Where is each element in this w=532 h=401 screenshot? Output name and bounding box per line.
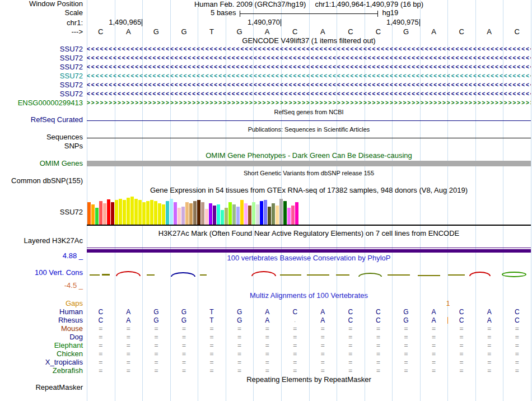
- track-label-gtex-ssu72[interactable]: SSU72: [0, 208, 83, 217]
- alignment-row-x-tropicalis[interactable]: ================: [87, 358, 531, 366]
- alignment-row-dog[interactable]: ================: [87, 333, 531, 341]
- alignment-cell: =: [288, 333, 302, 341]
- conservation-mark: [147, 274, 155, 276]
- gtex-bar: [150, 200, 153, 225]
- track-label-rhesus[interactable]: Rhesus: [0, 316, 83, 325]
- alignment-cell: G: [176, 316, 191, 324]
- gtex-bar: [130, 197, 134, 225]
- track-label-cons-min[interactable]: -4.5 _: [0, 281, 83, 290]
- alignment-row-elephant[interactable]: ================: [87, 342, 531, 349]
- omim-title[interactable]: OMIM Gene Phenotypes - Dark Green Can Be…: [87, 151, 531, 160]
- track-label-elephant[interactable]: Elephant: [0, 341, 83, 350]
- alignment-cell: =: [399, 350, 413, 358]
- track-label-gaps[interactable]: Gaps: [0, 299, 83, 308]
- alignment-cell: T: [204, 308, 219, 316]
- alignment-cell: =: [399, 342, 413, 349]
- refseq-title[interactable]: RefSeq genes from NCBI: [87, 108, 531, 116]
- alignment-row-rhesus[interactable]: CAGGTGA.ACCGACAC: [87, 316, 531, 324]
- alignment-cell: =: [482, 358, 497, 366]
- assembly-tag: hg19: [382, 9, 398, 17]
- track-label-ssu72-2[interactable]: SSU72: [0, 54, 83, 63]
- gtex-bar: [95, 208, 99, 225]
- base-letter: A: [427, 28, 441, 36]
- track-label-scale[interactable]: Scale: [0, 8, 83, 17]
- dbsnp-title[interactable]: Short Genetic Variants from dbSNP releas…: [87, 169, 531, 178]
- track-label-snps[interactable]: SNPs: [0, 142, 83, 151]
- base-letter: T: [204, 28, 219, 36]
- alignment-cell: G: [176, 308, 191, 316]
- gtex-bar: [127, 198, 130, 225]
- gene-arrow-row-ssu72-transcript-6[interactable]: <<<<<<<<<<<<<<<<<<<<<<<<<<<<<<<<<<<<<<<<…: [87, 91, 531, 97]
- phylop-title[interactable]: 100 vertebrates Basewise Conservation by…: [87, 254, 531, 263]
- sequences-line[interactable]: [87, 138, 531, 138]
- track-label-ssu72-3[interactable]: SSU72: [0, 63, 83, 72]
- gene-arrow-row-ssu72-transcript-5[interactable]: <<<<<<<<<<<<<<<<<<<<<<<<<<<<<<<<<<<<<<<<…: [87, 82, 531, 88]
- track-label-layered-h3k27ac[interactable]: Layered H3K27Ac: [0, 236, 83, 245]
- alignment-cell: =: [454, 333, 469, 341]
- alignment-row-chicken[interactable]: ================: [87, 350, 531, 358]
- gtex-bar: [170, 199, 173, 225]
- alignment-cell: =: [510, 358, 524, 366]
- gtex-bar: [134, 199, 138, 225]
- alignment-cell: =: [149, 367, 164, 375]
- gene-arrow-row-ssu72-transcript-4[interactable]: <<<<<<<<<<<<<<<<<<<<<<<<<<<<<<<<<<<<<<<<…: [87, 73, 531, 80]
- track-label-x-tropicalis[interactable]: X_tropicalis: [0, 358, 83, 367]
- track-label-ssu72-4[interactable]: SSU72: [0, 72, 83, 81]
- gene-arrow-row-ssu72-transcript-1[interactable]: <<<<<<<<<<<<<<<<<<<<<<<<<<<<<<<<<<<<<<<<…: [87, 46, 531, 53]
- gtex-bar: [111, 202, 114, 225]
- alignment-cell: =: [94, 367, 108, 375]
- alignment-cell: =: [510, 333, 524, 341]
- track-label-zebrafish[interactable]: Zebrafish: [0, 366, 83, 375]
- publications-title[interactable]: Publications: Sequences in Scientific Ar…: [87, 125, 531, 134]
- track-label-ssu72-1[interactable]: SSU72: [0, 45, 83, 54]
- gtex-bar: [146, 201, 150, 225]
- omim-genes-bar[interactable]: [87, 161, 531, 166]
- alignment-cell: =: [94, 358, 108, 366]
- alignment-cell: G: [149, 316, 164, 324]
- h3k27ac-signal-bar[interactable]: [87, 249, 531, 253]
- track-label-sequences[interactable]: Sequences: [0, 133, 83, 142]
- track-label-common-dbsnp[interactable]: Common dbSNP(155): [0, 176, 83, 185]
- alignment-cell: =: [232, 367, 247, 375]
- track-label-cons-max[interactable]: 4.88 _: [0, 251, 83, 260]
- track-label-ssu72-6[interactable]: SSU72: [0, 90, 83, 99]
- track-label-window-position[interactable]: Window Position: [0, 0, 83, 8]
- repeatmasker-title[interactable]: Repeating Elements by RepeatMasker: [87, 375, 531, 384]
- ruler-tick-mark: [142, 19, 142, 26]
- alignment-cell: =: [260, 325, 274, 333]
- gene-arrow-row-ssu72-transcript-2[interactable]: <<<<<<<<<<<<<<<<<<<<<<<<<<<<<<<<<<<<<<<<…: [87, 55, 531, 62]
- track-label-repeatmasker[interactable]: RepeatMasker: [0, 383, 83, 392]
- alignment-row-human[interactable]: CAGGTGACACCGACAC: [87, 308, 531, 316]
- h3k27ac-title[interactable]: H3K27Ac Mark (Often Found Near Active Re…: [87, 229, 531, 238]
- alignment-cell: =: [343, 342, 358, 349]
- track-label-vert-cons[interactable]: 100 Vert. Cons: [0, 268, 83, 277]
- alignment-cell: =: [399, 325, 413, 333]
- gtex-bar: [283, 201, 287, 225]
- track-label-ensg00000299413[interactable]: ENSG00000299413: [0, 99, 83, 108]
- gene-arrow-row-ssu72-transcript-3[interactable]: <<<<<<<<<<<<<<<<<<<<<<<<<<<<<<<<<<<<<<<<…: [87, 64, 531, 71]
- gtex-baseline[interactable]: [87, 225, 531, 226]
- alignment-cell: =: [482, 342, 497, 349]
- track-label-strand[interactable]: --->: [0, 27, 83, 36]
- track-label-dog[interactable]: Dog: [0, 333, 83, 342]
- alignment-cell: =: [482, 325, 497, 333]
- multiz-title[interactable]: Multiz Alignments of 100 Vertebrates: [87, 291, 531, 300]
- track-label-chrom[interactable]: chr1:: [0, 18, 83, 27]
- gencode-title[interactable]: GENCODE V49lift37 (1 items filtered out): [87, 36, 531, 45]
- track-label-human[interactable]: Human: [0, 307, 83, 316]
- gene-arrow-row-ensg00000299413-transcript[interactable]: >>>>>>>>>>>>>>>>>>>>>>>>>>>>>>>>>>>>>>>>…: [87, 100, 531, 106]
- ruler-tick-mark: [281, 19, 281, 26]
- track-label-mouse[interactable]: Mouse: [0, 324, 83, 333]
- base-letter: G: [399, 28, 413, 36]
- refseq-curated-line[interactable]: [87, 120, 531, 121]
- alignment-row-zebrafish[interactable]: ================: [87, 367, 531, 375]
- h3k27ac-thin-line[interactable]: [87, 248, 531, 248]
- alignment-cell: =: [454, 350, 469, 358]
- track-label-ssu72-5[interactable]: SSU72: [0, 81, 83, 90]
- alignment-cell: =: [427, 350, 441, 358]
- track-label-omim-genes[interactable]: OMIM Genes: [0, 159, 83, 168]
- track-label-refseq-curated[interactable]: RefSeq Curated: [0, 115, 83, 124]
- gtex-title[interactable]: Gene Expression in 54 tissues from GTEx …: [87, 186, 531, 195]
- alignment-row-mouse[interactable]: ================: [87, 325, 531, 333]
- track-label-chicken[interactable]: Chicken: [0, 349, 83, 358]
